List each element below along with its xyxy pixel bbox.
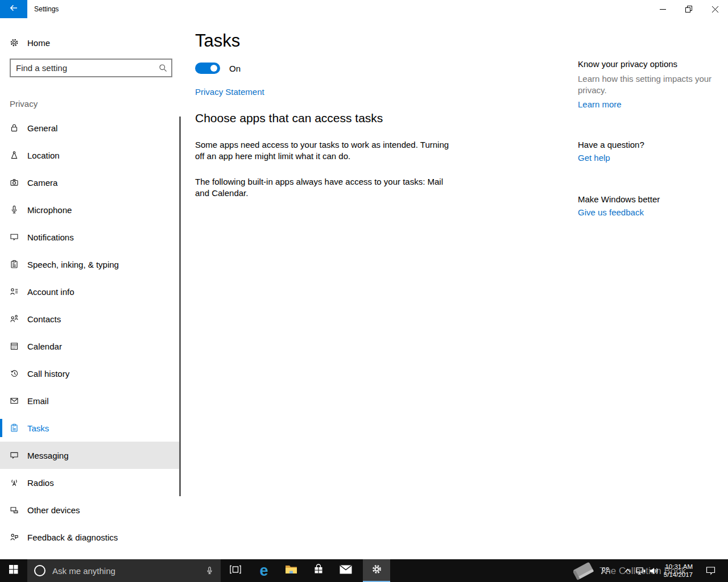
cortana-icon xyxy=(34,565,46,576)
help-section-body: Learn how this setting impacts your priv… xyxy=(578,73,717,96)
window-controls xyxy=(650,0,728,18)
sidebar-item-speech-inking-typing[interactable]: Speech, inking, & typing xyxy=(0,251,180,278)
task-view-button[interactable] xyxy=(222,559,249,582)
message-bubble-icon xyxy=(10,451,19,460)
camera-icon xyxy=(10,178,19,187)
volume-tray-icon[interactable] xyxy=(647,559,661,582)
get-help-link[interactable]: Get help xyxy=(578,153,610,163)
page-title: Tasks xyxy=(195,31,240,51)
sidebar-item-label: Home xyxy=(27,38,50,48)
give-feedback-link[interactable]: Give us feedback xyxy=(578,207,644,217)
privacy-nav: General Location xyxy=(0,114,180,551)
sidebar-item-label: Tasks xyxy=(27,423,49,433)
sidebar-item-label: Notifications xyxy=(27,232,74,242)
edge-browser-button[interactable]: e xyxy=(250,559,278,582)
start-button[interactable] xyxy=(0,559,27,582)
help-section-title: Know your privacy options xyxy=(578,59,717,69)
sidebar-item-label: Feedback & diagnostics xyxy=(27,533,118,542)
clipboard-icon xyxy=(10,260,19,269)
mail-button[interactable] xyxy=(332,559,359,582)
restore-button[interactable] xyxy=(676,0,702,18)
tasks-access-toggle[interactable] xyxy=(195,63,220,74)
app-body: Home Privacy G xyxy=(0,18,728,559)
clock-date: 5/14/2017 xyxy=(664,571,693,579)
contacts-icon xyxy=(10,314,19,323)
settings-search-box[interactable] xyxy=(10,59,172,77)
sidebar-item-microphone[interactable]: Microphone xyxy=(0,196,180,223)
privacy-section-header: Privacy xyxy=(10,99,38,109)
settings-window: Settings xyxy=(0,0,728,582)
sidebar: Home Privacy G xyxy=(0,18,180,559)
windows-logo-icon xyxy=(9,565,18,576)
microphone-icon xyxy=(10,205,19,214)
minimize-button[interactable] xyxy=(650,0,676,18)
sidebar-item-camera[interactable]: Camera xyxy=(0,169,180,196)
sidebar-item-label: Calendar xyxy=(27,342,62,351)
edge-icon: e xyxy=(259,563,268,579)
sidebar-item-account-info[interactable]: Account info xyxy=(0,278,180,305)
section-description-2: The following built-in apps always have … xyxy=(195,176,452,199)
cortana-search-box[interactable] xyxy=(27,559,221,582)
search-icon xyxy=(154,64,171,72)
account-info-icon xyxy=(10,287,19,296)
settings-search-input[interactable] xyxy=(11,63,154,73)
sidebar-item-label: Speech, inking, & typing xyxy=(27,260,119,269)
clock-time: 10:31 AM xyxy=(665,563,693,571)
devices-icon xyxy=(10,505,19,514)
close-button[interactable] xyxy=(702,0,728,18)
store-bag-icon xyxy=(313,564,324,577)
sidebar-item-general[interactable]: General xyxy=(0,114,180,142)
sidebar-item-location[interactable]: Location xyxy=(0,142,180,169)
hidden-icons-chevron[interactable] xyxy=(622,559,632,582)
sidebar-item-label: Messaging xyxy=(27,451,69,460)
cortana-search-input[interactable] xyxy=(46,566,198,576)
sidebar-scrollbar[interactable] xyxy=(179,117,181,496)
back-button[interactable] xyxy=(0,0,27,18)
gear-icon xyxy=(10,38,19,47)
sidebar-item-label: Radios xyxy=(27,478,54,488)
titlebar: Settings xyxy=(0,0,728,18)
taskbar-clock[interactable]: 10:31 AM 5/14/2017 xyxy=(664,559,693,582)
sidebar-item-radios[interactable]: Radios xyxy=(0,469,180,496)
sidebar-item-label: Other devices xyxy=(27,505,80,515)
taskbar: e xyxy=(0,559,728,582)
toggle-knob xyxy=(210,65,217,72)
help-section-title: Have a question? xyxy=(578,140,717,149)
folder-icon xyxy=(285,564,297,577)
people-tray-icon[interactable] xyxy=(598,559,612,582)
back-arrow-icon xyxy=(9,3,18,15)
microphone-icon[interactable] xyxy=(198,566,221,575)
sidebar-item-contacts[interactable]: Contacts xyxy=(0,305,180,332)
sidebar-item-home[interactable]: Home xyxy=(0,33,180,52)
sidebar-item-label: General xyxy=(27,123,57,133)
store-button[interactable] xyxy=(305,559,332,582)
privacy-statement-link[interactable]: Privacy Statement xyxy=(195,87,264,97)
sidebar-item-calendar[interactable]: Calendar xyxy=(0,332,180,360)
sidebar-item-notifications[interactable]: Notifications xyxy=(0,223,180,251)
sidebar-item-email[interactable]: Email xyxy=(0,387,180,414)
choose-apps-section-title: Choose apps that can access tasks xyxy=(195,111,383,125)
speech-bubble-icon xyxy=(10,232,19,242)
learn-more-link[interactable]: Learn more xyxy=(578,99,622,109)
envelope-icon xyxy=(10,396,19,405)
settings-app-button[interactable] xyxy=(363,559,390,582)
toggle-state-label: On xyxy=(229,64,241,73)
file-explorer-button[interactable] xyxy=(278,559,305,582)
help-section-feedback: Make Windows better Give us feedback xyxy=(578,194,717,218)
network-tray-icon[interactable] xyxy=(634,559,647,582)
sidebar-item-call-history[interactable]: Call history xyxy=(0,360,180,387)
antenna-icon xyxy=(10,478,19,487)
lock-icon xyxy=(10,123,19,132)
sidebar-item-messaging[interactable]: Messaging xyxy=(0,442,180,469)
sidebar-item-tasks[interactable]: Tasks xyxy=(0,414,180,442)
sidebar-item-feedback-diagnostics[interactable]: Feedback & diagnostics xyxy=(0,523,180,551)
sidebar-item-label: Contacts xyxy=(27,314,61,324)
help-section-title: Make Windows better xyxy=(578,194,717,204)
sidebar-item-label: Location xyxy=(27,151,60,160)
mail-envelope-icon xyxy=(340,565,352,576)
action-center-button[interactable] xyxy=(702,559,719,582)
history-clock-icon xyxy=(10,369,19,378)
tasks-access-toggle-row: On xyxy=(195,63,241,74)
sidebar-item-other-devices[interactable]: Other devices xyxy=(0,496,180,523)
help-section-privacy-options: Know your privacy options Learn how this… xyxy=(578,59,717,110)
